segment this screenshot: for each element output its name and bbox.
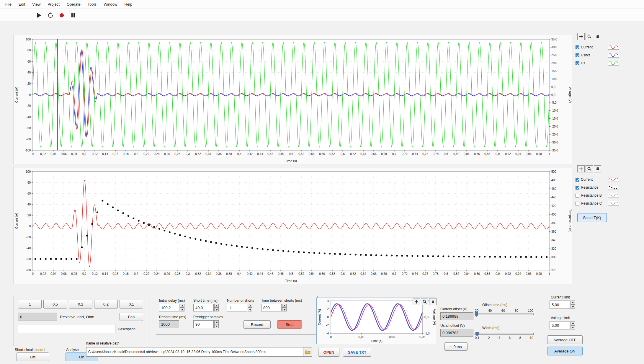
- open-button[interactable]: OPEN: [318, 348, 339, 357]
- current-limit-value[interactable]: 5,00: [550, 301, 570, 309]
- load-button-02a[interactable]: 0,2: [69, 300, 92, 308]
- pause-button[interactable]: [70, 12, 76, 19]
- log-path-input[interactable]: C:\Users\JanuszKozak\Documents\LabView_L…: [86, 347, 312, 357]
- legend-item-us[interactable]: Us: [576, 60, 619, 67]
- short-time-value[interactable]: 40,0: [193, 304, 214, 311]
- legend-item-resistance-c[interactable]: Resistance C: [576, 200, 619, 207]
- menu-tools[interactable]: Tools: [88, 2, 97, 6]
- average-off-button[interactable]: Average OFF: [547, 335, 583, 344]
- pretrigger-samples-input[interactable]: 90: [193, 320, 219, 328]
- stop-button[interactable]: Stop: [277, 320, 302, 329]
- scale-tk-button[interactable]: Scale T(K): [577, 213, 607, 222]
- pan-tool-icon[interactable]: [594, 33, 601, 40]
- load-button-1[interactable]: 1: [18, 300, 42, 308]
- plot-visible-checkbox[interactable]: [576, 45, 579, 49]
- time-between-shorts-value[interactable]: 800: [261, 304, 282, 311]
- spinner-arrows[interactable]: [282, 304, 287, 311]
- short-time-input[interactable]: 40,0: [193, 304, 219, 311]
- line-style-sample[interactable]: [608, 177, 619, 182]
- time-between-shorts-input[interactable]: 800: [261, 304, 287, 311]
- legend-item-resistance[interactable]: Resistance: [576, 184, 619, 191]
- slider-rail[interactable]: [475, 333, 534, 335]
- svg-text:0,88: 0,88: [484, 272, 490, 275]
- svg-text:20: 20: [27, 214, 31, 217]
- svg-text:0,18: 0,18: [123, 272, 129, 275]
- line-style-sample[interactable]: [608, 45, 619, 50]
- legend-item-ushct[interactable]: Ushct: [576, 52, 619, 59]
- voltage-limit-value[interactable]: 5,00: [550, 321, 570, 329]
- current-voltage-graph[interactable]: 00,020,040,060,080,10,120,140,160,180,20…: [14, 35, 572, 164]
- legend-label: Resistance C: [581, 201, 606, 205]
- cursor-tool-icon[interactable]: [413, 298, 420, 305]
- pan-tool-icon[interactable]: [594, 165, 601, 172]
- line-style-sample[interactable]: [608, 193, 619, 198]
- save-txt-button[interactable]: SAVE TXT: [343, 348, 371, 357]
- load-button-02b[interactable]: 0,2: [94, 300, 118, 308]
- svg-text:1: 1: [548, 152, 550, 156]
- slider-rail[interactable]: [475, 314, 534, 315]
- plot-visible-checkbox[interactable]: [576, 178, 579, 182]
- plot-visible-checkbox[interactable]: [576, 202, 579, 205]
- menu-file[interactable]: File: [5, 2, 12, 6]
- description-input[interactable]: [18, 325, 115, 333]
- legend-item-current[interactable]: Current: [576, 176, 619, 183]
- initial-delay-value[interactable]: 100,2: [159, 304, 179, 311]
- menu-help[interactable]: Help: [124, 2, 132, 6]
- pretrigger-samples-label: Pretrigger samples: [193, 315, 223, 319]
- line-style-sample[interactable]: [608, 185, 619, 190]
- run-button[interactable]: [36, 12, 43, 19]
- zoom-tool-icon[interactable]: [586, 33, 593, 40]
- offset-time-slider[interactable]: 20406080100: [475, 309, 534, 316]
- menu-window[interactable]: Window: [104, 2, 117, 6]
- load-button-05[interactable]: 0,5: [43, 300, 67, 308]
- svg-text:-60: -60: [27, 126, 31, 130]
- spinner-arrows[interactable]: [248, 304, 252, 311]
- record-button[interactable]: Record: [243, 320, 271, 329]
- svg-text:0,96: 0,96: [526, 272, 532, 275]
- menu-edit[interactable]: Edit: [19, 2, 25, 6]
- average-on-button[interactable]: Average ON: [547, 347, 583, 355]
- menu-project[interactable]: Project: [48, 2, 59, 6]
- plot-visible-checkbox[interactable]: [576, 53, 579, 57]
- plot-visible-checkbox[interactable]: [576, 61, 579, 65]
- menu-operate[interactable]: Operate: [67, 2, 81, 6]
- number-of-shorts-input[interactable]: 1: [227, 304, 252, 311]
- voltage-limit-input[interactable]: 5,00: [550, 321, 575, 329]
- browse-button[interactable]: [303, 347, 312, 356]
- pretrigger-samples-value[interactable]: 90: [193, 320, 214, 328]
- line-style-sample[interactable]: [608, 61, 619, 66]
- run-continuous-button[interactable]: [47, 12, 54, 19]
- plot-visible-checkbox[interactable]: [576, 186, 579, 190]
- line-style-sample[interactable]: [608, 201, 619, 206]
- spinner-arrows[interactable]: [571, 301, 575, 309]
- spinner-arrows[interactable]: [214, 320, 219, 328]
- number-of-shorts-value[interactable]: 1: [227, 304, 247, 311]
- short-circuit-off-button[interactable]: Off: [17, 352, 49, 361]
- plot-visible-checkbox[interactable]: [576, 194, 579, 197]
- current-limit-input[interactable]: 5,00: [550, 301, 575, 309]
- pan-tool-icon[interactable]: [429, 298, 437, 305]
- width-slider[interactable]: 0,1246810: [475, 332, 534, 339]
- legend-item-current[interactable]: Current: [576, 44, 619, 51]
- slider-thumb[interactable]: [475, 312, 478, 317]
- cursor-tool-icon[interactable]: [577, 33, 585, 40]
- fan-button[interactable]: Fan: [120, 313, 143, 321]
- spinner-arrows[interactable]: [214, 304, 219, 311]
- spinner-arrows[interactable]: [571, 321, 575, 329]
- cursor-tool-icon[interactable]: [577, 165, 585, 172]
- initial-delay-input[interactable]: 100,2: [159, 304, 184, 311]
- slider-thumb[interactable]: [475, 332, 479, 336]
- svg-text:20: 20: [27, 82, 31, 85]
- legend-item-resistance-b[interactable]: Resistance B: [576, 192, 619, 199]
- svg-text:0,02: 0,02: [40, 272, 46, 275]
- legend-label: Resistance B: [581, 193, 606, 197]
- current-resistance-graph[interactable]: 00,020,040,060,080,10,120,140,160,180,20…: [14, 167, 572, 284]
- spinner-arrows[interactable]: [180, 304, 184, 311]
- abort-button[interactable]: [58, 12, 65, 19]
- load-button-01[interactable]: 0,1: [120, 300, 143, 308]
- menu-view[interactable]: View: [32, 2, 40, 6]
- zoom-tool-icon[interactable]: [421, 298, 428, 305]
- zero-ms-button[interactable]: ~ 0 ms: [444, 342, 468, 351]
- line-style-sample[interactable]: [608, 53, 619, 58]
- zoom-tool-icon[interactable]: [586, 165, 593, 172]
